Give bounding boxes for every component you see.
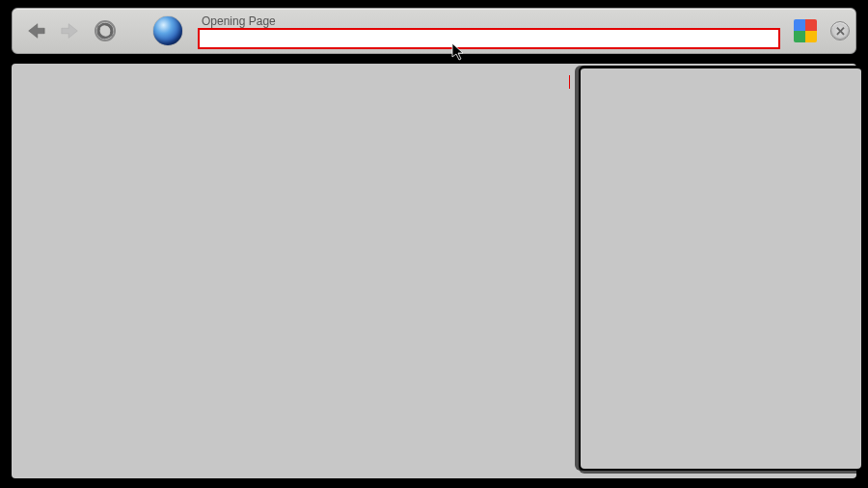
close-icon: ✕ (835, 24, 846, 39)
forward-arrow-icon (60, 20, 81, 41)
reload-icon (94, 19, 117, 42)
address-bar-container: Opening Page (198, 9, 780, 53)
text-caret (569, 75, 570, 89)
reload-button[interactable] (92, 17, 119, 44)
popup-panel[interactable] (579, 66, 863, 471)
maps-icon (794, 19, 805, 31)
close-button[interactable]: ✕ (830, 21, 850, 41)
back-arrow-icon (25, 20, 46, 41)
google-maps-button[interactable] (794, 19, 817, 42)
home-globe-button[interactable] (153, 16, 182, 45)
forward-button[interactable] (57, 17, 84, 44)
browser-toolbar: Opening Page ✕ (12, 8, 856, 54)
back-button[interactable] (22, 17, 49, 44)
page-status-label: Opening Page (198, 14, 780, 28)
address-bar-input[interactable] (198, 28, 780, 49)
